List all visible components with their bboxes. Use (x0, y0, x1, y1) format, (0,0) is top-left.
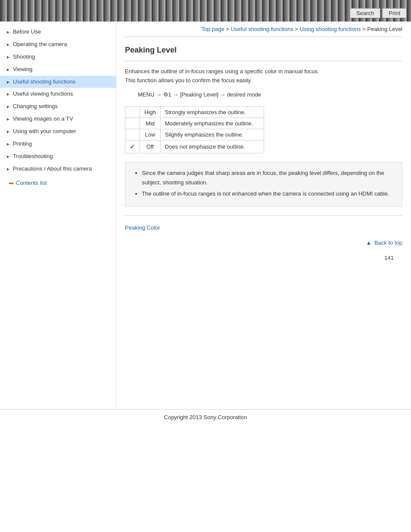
back-to-top-link[interactable]: ▲ Back to top (366, 240, 402, 246)
related-link[interactable]: Peaking Color (125, 224, 160, 231)
sidebar-item-label: Useful shooting functions (13, 78, 112, 86)
table-row: High Strongly emphasizes the outline. (125, 106, 264, 118)
table-check-cell: ✓ (125, 140, 140, 153)
sidebar-item-label: Changing settings (13, 103, 112, 110)
settings-table: High Strongly emphasizes the outline. Mi… (125, 106, 264, 153)
breadcrumb-sep2: > (295, 26, 300, 32)
sidebar-item-changing-settings[interactable]: ► Changing settings (0, 100, 116, 113)
table-check-cell (125, 129, 140, 140)
copyright-text: Copyright 2013 Sony Corporation (164, 414, 247, 420)
table-level-cell: High (140, 106, 161, 118)
table-row: ✓ Off Does not emphasize the outline. (125, 140, 264, 153)
sidebar-item-label: Useful viewing functions (13, 90, 112, 98)
sidebar-item-label: Viewing (13, 66, 112, 73)
sidebar-item-computer[interactable]: ► Using with your computer (0, 125, 116, 138)
sidebar-item-printing[interactable]: ► Printing (0, 138, 116, 150)
arrow-icon: ► (6, 29, 10, 35)
arrow-icon: ► (6, 141, 10, 147)
header-buttons: Search Print (350, 8, 407, 18)
notes-box: Since the camera judges that sharp areas… (125, 162, 402, 207)
description-line1: Enhances the outline of in-focus ranges … (125, 68, 319, 75)
table-level-cell: Low (140, 129, 161, 140)
table-desc-cell: Moderately emphasizes the outline. (160, 118, 264, 129)
layout: ► Before Use ► Operating the camera ► Sh… (0, 22, 411, 409)
sidebar-item-useful-viewing[interactable]: ► Useful viewing functions (0, 88, 116, 100)
header-bar: Search Print (0, 0, 411, 22)
sidebar-item-label: Troubleshooting (13, 153, 112, 160)
arrow-icon: ► (6, 91, 10, 97)
sidebar-item-troubleshooting[interactable]: ► Troubleshooting (0, 150, 116, 163)
bottom-divider (125, 215, 402, 216)
sidebar-item-label: Before Use (13, 28, 112, 36)
sidebar: ► Before Use ► Operating the camera ► Sh… (0, 22, 116, 409)
back-to-top: ▲ Back to top (125, 240, 402, 246)
description-line2: This function allows you to confirm the … (125, 77, 252, 84)
arrow-icon: ► (6, 67, 10, 72)
back-to-top-icon: ▲ (366, 240, 371, 246)
main-content: Top page > Useful shooting functions > U… (116, 22, 411, 409)
arrow-icon: ► (6, 104, 10, 109)
sidebar-item-label: Using with your computer (13, 128, 112, 135)
sidebar-item-label: Operating the camera (13, 41, 112, 48)
contents-list-link[interactable]: ➡ Contents list (0, 175, 116, 191)
arrow-icon: ► (6, 154, 10, 159)
arrow-icon: ► (6, 42, 10, 47)
table-desc-cell: Does not emphasize the outline. (160, 140, 264, 153)
sidebar-item-before-use[interactable]: ► Before Use (0, 26, 116, 38)
search-button[interactable]: Search (350, 8, 380, 18)
arrow-icon: ► (6, 166, 10, 172)
sidebar-item-operating[interactable]: ► Operating the camera (0, 38, 116, 51)
footer: Copyright 2013 Sony Corporation (0, 409, 411, 429)
sidebar-item-useful-shooting[interactable]: ► Useful shooting functions (0, 76, 116, 88)
breadcrumb-useful-shooting[interactable]: Useful shooting functions (231, 26, 293, 32)
table-level-cell: Off (140, 140, 161, 153)
breadcrumb-current: Peaking Level (367, 26, 402, 32)
sidebar-item-precautions[interactable]: ► Precautions / About this camera (0, 163, 116, 175)
arrow-icon: ► (6, 116, 10, 122)
sidebar-item-label: Shooting (13, 53, 112, 61)
breadcrumb-top-page[interactable]: Top page (201, 26, 224, 32)
sidebar-item-label: Printing (13, 140, 112, 148)
table-level-cell: Mid (140, 118, 161, 129)
breadcrumb-sep1: > (226, 26, 231, 32)
table-check-cell (125, 106, 140, 118)
table-desc-cell: Slightly emphasizes the outline. (160, 129, 264, 140)
breadcrumb-using-shooting[interactable]: Using shooting functions (300, 26, 361, 32)
sidebar-item-shooting[interactable]: ► Shooting (0, 51, 116, 63)
sidebar-item-label: Precautions / About this camera (13, 165, 112, 173)
page-number: 141 (125, 250, 402, 261)
arrow-icon: ► (6, 54, 10, 60)
table-check-cell (125, 118, 140, 129)
breadcrumb-sep3: > (362, 26, 367, 32)
page-title: Peaking Level (125, 46, 402, 55)
table-desc-cell: Strongly emphasizes the outline. (160, 106, 264, 118)
sidebar-item-label: Viewing images on a TV (13, 115, 112, 123)
print-button[interactable]: Print (382, 8, 407, 18)
table-row: Mid Moderately emphasizes the outline. (125, 118, 264, 129)
description: Enhances the outline of in-focus ranges … (125, 67, 402, 85)
breadcrumb: Top page > Useful shooting functions > U… (125, 22, 402, 37)
arrow-icon: ► (6, 79, 10, 85)
contents-list-label: Contents list (16, 180, 47, 186)
note-item: Since the camera judges that sharp areas… (142, 168, 394, 187)
sidebar-item-viewing[interactable]: ► Viewing (0, 63, 116, 76)
table-row: Low Slightly emphasizes the outline. (125, 129, 264, 140)
notes-list: Since the camera judges that sharp areas… (133, 168, 394, 199)
arrow-icon: ► (6, 129, 10, 134)
sidebar-item-viewing-tv[interactable]: ► Viewing images on a TV (0, 113, 116, 125)
note-item: The outline of in-focus ranges is not en… (142, 189, 394, 199)
checkmark-icon: ✓ (130, 143, 135, 150)
title-divider (125, 61, 402, 61)
contents-list-arrow-icon: ➡ (9, 180, 14, 187)
back-to-top-label: Back to top (374, 240, 402, 246)
menu-path: MENU → ⚙1 → [Peaking Level] → desired mo… (138, 91, 402, 98)
